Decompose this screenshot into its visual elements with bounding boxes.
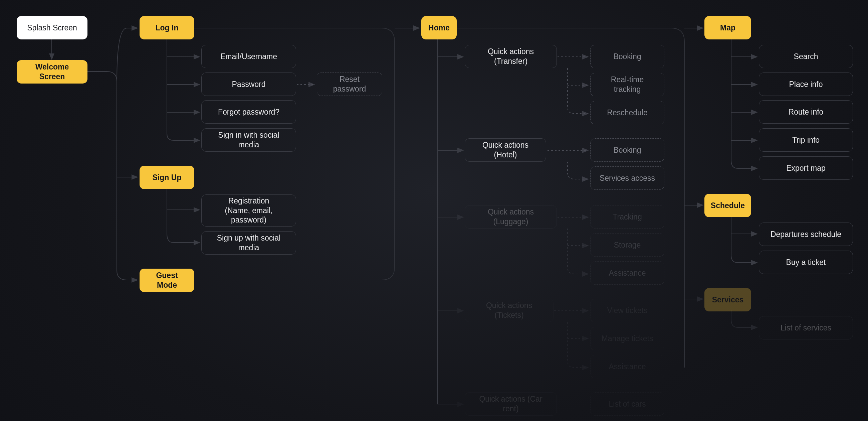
node-qa-luggage-assist: Assistance	[590, 261, 664, 285]
node-guest: Guest Mode	[140, 269, 194, 292]
node-welcome: Welcome Screen	[17, 60, 88, 84]
node-sched-dep: Departures schedule	[759, 223, 853, 246]
node-qa-hotel: Quick actions (Hotel)	[465, 138, 546, 162]
node-qa-luggage-storage: Storage	[590, 233, 664, 257]
node-home: Home	[421, 16, 457, 39]
node-social-in: Sign in with social media	[201, 128, 296, 152]
node-qa-tickets-manage: Manage tickets	[590, 327, 664, 350]
node-map-route: Route info	[759, 100, 853, 123]
node-signup: Sign Up	[140, 166, 194, 189]
node-password: Password	[201, 73, 296, 96]
node-map-trip: Trip info	[759, 128, 853, 152]
node-sched-buy: Buy a ticket	[759, 251, 853, 274]
node-forgot: Forgot password?	[201, 100, 296, 123]
node-map: Map	[705, 16, 751, 39]
node-qa-transfer-booking: Booking	[590, 45, 664, 68]
node-qa-tickets: Quick actions (Tickets)	[465, 299, 554, 322]
node-services-list: List of services	[759, 316, 853, 339]
node-qa-luggage: Quick actions (Luggage)	[465, 205, 557, 228]
node-login: Log In	[140, 16, 194, 39]
node-reset: Reset password	[317, 73, 382, 96]
node-splash: Splash Screen	[17, 16, 88, 39]
node-map-search: Search	[759, 45, 853, 68]
node-schedule: Schedule	[705, 194, 751, 217]
node-map-export: Export map	[759, 157, 853, 180]
node-qa-tickets-assist: Assistance	[590, 355, 664, 378]
node-qa-carrent-list: List of cars	[590, 392, 664, 416]
node-qa-luggage-tracking: Tracking	[590, 205, 664, 228]
node-qa-carrent: Quick actions (Car rent)	[465, 392, 557, 416]
brand-text: SINPORT	[0, 401, 449, 421]
node-social-up: Sign up with social media	[201, 231, 296, 255]
node-registration: Registration (Name, email, password)	[201, 194, 296, 227]
node-qa-hotel-services: Services access	[590, 166, 664, 190]
node-qa-transfer: Quick actions (Transfer)	[465, 45, 557, 68]
node-email: Email/Username	[201, 45, 296, 68]
node-services: Services	[705, 288, 751, 311]
node-qa-hotel-booking: Booking	[590, 138, 664, 162]
node-map-place: Place info	[759, 73, 853, 96]
node-qa-tickets-view: View tickets	[590, 299, 664, 322]
node-qa-transfer-tracking: Real-time tracking	[590, 73, 664, 96]
brand-stripe: SINPORT	[0, 401, 532, 421]
node-qa-transfer-reschedule: Reschedule	[590, 101, 664, 124]
